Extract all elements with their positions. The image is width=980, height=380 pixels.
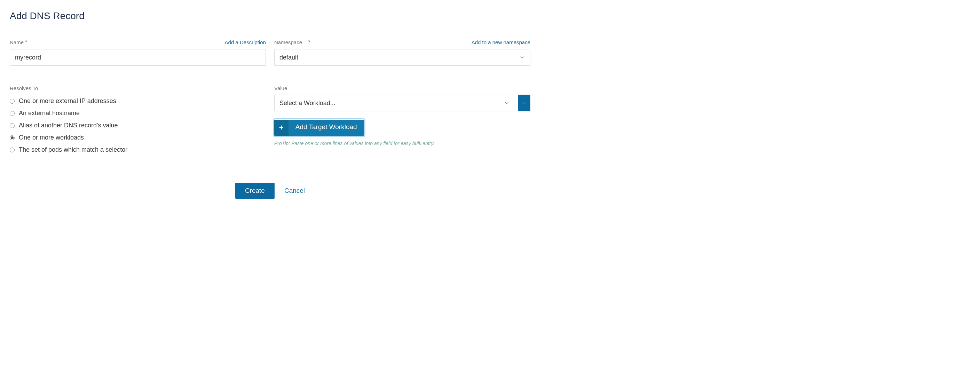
radio-icon	[10, 111, 14, 116]
add-target-workload-button[interactable]: + Add Target Workload	[274, 120, 364, 136]
radio-option-alias[interactable]: Alias of another DNS record's value	[10, 122, 266, 129]
add-namespace-link[interactable]: Add to a new namespace	[472, 39, 530, 45]
name-label: Name	[10, 39, 24, 45]
divider	[10, 28, 530, 28]
radio-option-pod-selector[interactable]: The set of pods which match a selector	[10, 146, 266, 153]
required-asterisk: *	[25, 39, 27, 45]
form-actions: Create Cancel	[10, 183, 530, 199]
radio-label: The set of pods which match a selector	[19, 146, 127, 153]
radio-icon	[10, 148, 14, 153]
remove-value-button[interactable]	[518, 95, 530, 111]
minus-icon	[521, 100, 527, 106]
required-asterisk: *	[305, 39, 310, 45]
radio-icon	[10, 123, 14, 128]
radio-option-workloads[interactable]: One or more workloads	[10, 134, 266, 141]
plus-icon: +	[274, 120, 288, 136]
namespace-field-group: Namespace * Add to a new namespace defau…	[274, 39, 530, 66]
page-title: Add DNS Record	[10, 10, 530, 22]
namespace-label: Namespace	[274, 39, 302, 45]
add-target-workload-label: Add Target Workload	[288, 120, 364, 136]
resolves-to-group: Resolves To One or more external IP addr…	[10, 85, 266, 158]
radio-label: Alias of another DNS record's value	[19, 122, 118, 129]
radio-label: An external hostname	[19, 110, 80, 117]
namespace-select[interactable]: default	[274, 49, 530, 66]
svg-rect-0	[522, 103, 526, 103]
workload-select-placeholder: Select a Workload...	[280, 100, 336, 107]
chevron-down-icon	[504, 100, 510, 106]
radio-option-external-ip[interactable]: One or more external IP addresses	[10, 97, 266, 105]
protip-text: ProTip: Paste one or more lines of value…	[274, 141, 530, 146]
name-field-group: Name* Add a Description	[10, 39, 266, 66]
radio-label: One or more workloads	[19, 134, 84, 141]
create-button[interactable]: Create	[235, 183, 275, 199]
workload-select[interactable]: Select a Workload...	[274, 95, 515, 111]
add-description-link[interactable]: Add a Description	[225, 39, 266, 45]
radio-option-external-hostname[interactable]: An external hostname	[10, 110, 266, 117]
chevron-down-icon	[519, 54, 525, 60]
radio-icon	[10, 99, 14, 104]
cancel-button[interactable]: Cancel	[284, 187, 305, 194]
namespace-selected-value: default	[280, 54, 298, 61]
name-input[interactable]	[10, 49, 266, 66]
radio-label: One or more external IP addresses	[19, 97, 116, 105]
value-label: Value	[274, 85, 530, 91]
value-section: Value Select a Workload... + Add Target …	[274, 85, 530, 158]
radio-icon	[10, 135, 14, 140]
resolves-to-heading: Resolves To	[10, 85, 266, 91]
